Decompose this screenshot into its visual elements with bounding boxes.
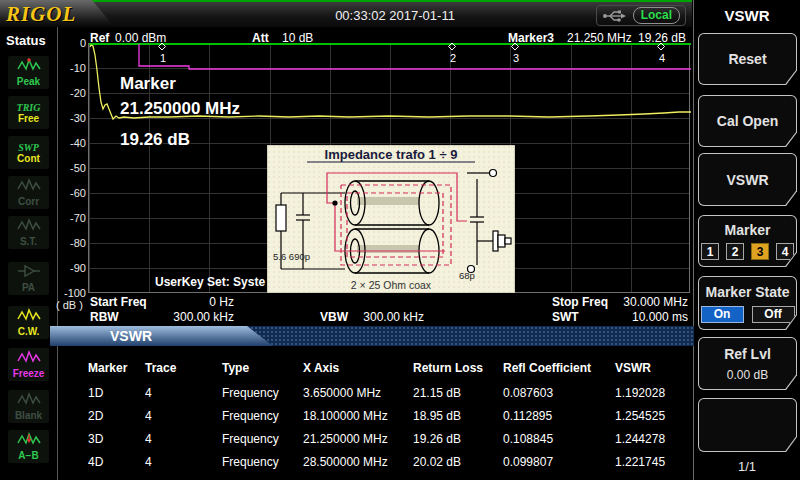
- status-panel: Status PeakTRIGFreeSWPContCorrS.T.PAC.W.…: [0, 27, 57, 480]
- start-freq-label: Start Freq: [90, 295, 147, 309]
- table-cell: 1D: [88, 386, 145, 400]
- status-item-peak: Peak: [8, 56, 49, 89]
- marker-state-off[interactable]: Off: [752, 306, 795, 323]
- vbw-value: 300.00 kHz: [340, 310, 424, 324]
- table-cell: 21.250000 MHz: [303, 432, 413, 446]
- marker-number: 3: [513, 52, 519, 64]
- marker-info-amp: 19.26 dB: [120, 130, 190, 150]
- y-axis-tick: -20: [58, 87, 86, 99]
- marker-number-box-2[interactable]: 2: [726, 243, 744, 260]
- instrument-screen: RIGOL 00:33:02 2017-01-11 Local Status P…: [0, 0, 800, 480]
- brand-logo-text: RIGOL: [6, 2, 76, 27]
- marker-3: 3: [512, 43, 520, 64]
- table-cell: 0.112895: [503, 409, 615, 423]
- status-item-tag: TRIG: [17, 102, 41, 113]
- table-cell: Frequency: [222, 455, 303, 469]
- marker-info-title: Marker: [120, 74, 176, 94]
- marker-number: 4: [659, 52, 665, 64]
- function-tab-bar: VSWR: [50, 326, 694, 346]
- status-item-label: Cont: [17, 154, 40, 164]
- marker-state-on[interactable]: On: [701, 306, 744, 323]
- empty-softkey[interactable]: [698, 398, 797, 452]
- status-item-tag: SWP: [18, 142, 39, 153]
- table-column-header: X Axis: [303, 361, 413, 375]
- blank-icon: [17, 392, 41, 410]
- table-cell: 21.15 dB: [413, 386, 503, 400]
- table-cell: Frequency: [222, 386, 303, 400]
- status-item-trig: TRIGFree: [8, 96, 49, 129]
- table-cell: 4: [145, 386, 222, 400]
- softkey-menu: VSWR Reset Cal Open VSWR Marker 1234 Mar…: [694, 0, 800, 480]
- table-cell: 4: [145, 455, 222, 469]
- table-cell: 3.650000 MHz: [303, 386, 413, 400]
- reset-button[interactable]: Reset: [698, 33, 797, 85]
- status-panel-title: Status: [6, 33, 46, 48]
- table-cell: Frequency: [222, 432, 303, 446]
- ref-lvl-button[interactable]: Ref Lvl 0.00 dB: [698, 337, 797, 390]
- status-item-label: C.W.: [18, 327, 40, 337]
- marker-2: 2: [449, 43, 457, 64]
- status-item-label: Corr: [18, 197, 39, 207]
- y-axis-tick: -60: [58, 187, 86, 199]
- marker-info-freq: 21.250000 MHz: [120, 99, 240, 119]
- status-item-label: Free: [18, 114, 39, 124]
- y-axis-tick: 0: [58, 37, 86, 49]
- y-axis-unit: ( dB ): [56, 299, 83, 311]
- stop-freq-value: 30.000 MHz: [606, 295, 688, 309]
- vswr-button[interactable]: VSWR: [698, 153, 797, 206]
- brand-logo: RIGOL: [0, 0, 116, 29]
- status-item-label: PA: [22, 283, 35, 293]
- swt-label: SWT: [552, 310, 579, 324]
- status-item-blank: Blank: [8, 390, 49, 423]
- marker-table: MarkerTraceTypeX AxisReturn LossRefl Coe…: [88, 355, 788, 473]
- userkey-message: UserKey Set: Syste: [155, 275, 265, 289]
- function-tab-label: VSWR: [110, 328, 152, 344]
- table-row: 1D4Frequency3.650000 MHz21.15 dB0.087603…: [88, 381, 788, 404]
- inset-title: Impedance trafo 1 ÷ 9: [325, 147, 458, 162]
- y-axis-tick: -90: [58, 262, 86, 274]
- table-column-header: Marker: [88, 361, 145, 375]
- marker-number-box-4[interactable]: 4: [776, 243, 794, 260]
- status-item-label: Freeze: [13, 369, 45, 379]
- corr-icon: [17, 178, 41, 196]
- marker-table-header: MarkerTraceTypeX AxisReturn LossRefl Coe…: [88, 355, 788, 381]
- cal-open-button[interactable]: Cal Open: [698, 95, 797, 147]
- status-item-pa: PA: [8, 262, 49, 295]
- y-axis-tick: -30: [58, 112, 86, 124]
- marker-number-box-1[interactable]: 1: [701, 243, 719, 260]
- rbw-label: RBW: [90, 310, 119, 324]
- usb-icon: [602, 9, 628, 23]
- start-freq-value: 0 Hz: [150, 295, 234, 309]
- menu-title: VSWR: [694, 7, 800, 24]
- status-item-cw: C.W.: [8, 306, 49, 339]
- y-axis-tick: -70: [58, 212, 86, 224]
- table-column-header: Type: [222, 361, 303, 375]
- swt-value: 10.000 ms: [606, 310, 688, 324]
- ab-icon: [17, 432, 41, 450]
- marker-select-button[interactable]: Marker 1234: [698, 215, 797, 267]
- table-cell: 18.95 dB: [413, 409, 503, 423]
- y-axis-tick: -10: [58, 62, 86, 74]
- y-axis-tick: -80: [58, 237, 86, 249]
- table-cell: 4: [145, 409, 222, 423]
- ref-lvl-value: 0.00 dB: [727, 368, 768, 382]
- marker-state-button[interactable]: Marker State On Off: [698, 276, 797, 330]
- marker-number: 1: [160, 52, 166, 64]
- stop-freq-label: Stop Freq: [552, 295, 608, 309]
- top-bar: RIGOL 00:33:02 2017-01-11 Local: [0, 0, 692, 27]
- marker-number-box-3[interactable]: 3: [751, 243, 769, 260]
- table-column-header: Trace: [145, 361, 222, 375]
- status-item-swp: SWPCont: [8, 136, 49, 169]
- status-item-label: Blank: [15, 411, 42, 421]
- table-cell: 4: [145, 432, 222, 446]
- st-icon: [17, 218, 41, 236]
- inset-cap-value: 68p: [459, 270, 475, 281]
- rbw-value: 300.00 kHz: [150, 310, 234, 324]
- status-item-label: Peak: [17, 77, 40, 87]
- local-badge: Local: [633, 7, 680, 24]
- marker-number: 2: [450, 52, 456, 64]
- table-row: 3D4Frequency21.250000 MHz19.26 dB0.10884…: [88, 427, 788, 450]
- table-cell: 0.108845: [503, 432, 615, 446]
- table-cell: 28.500000 MHz: [303, 455, 413, 469]
- status-item-ab: A−B: [8, 430, 49, 463]
